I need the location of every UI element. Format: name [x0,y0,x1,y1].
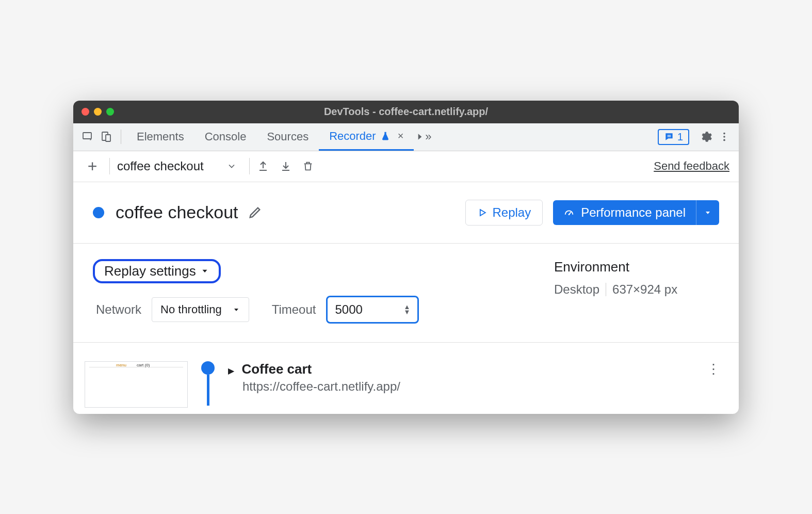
play-icon [477,207,488,218]
svg-point-6 [723,136,725,138]
expand-triangle-icon[interactable]: ▶ [228,366,234,376]
divider [109,158,110,174]
svg-rect-0 [83,133,91,139]
tab-elements[interactable]: Elements [126,123,194,151]
send-feedback-link[interactable]: Send feedback [654,159,729,173]
divider [121,130,121,144]
replay-settings-label: Replay settings [104,263,196,279]
timeline-dot-icon [201,361,215,375]
svg-point-7 [723,139,725,141]
recorder-toolbar: + coffee checkout Send feedback [73,151,739,182]
replay-button[interactable]: Replay [465,200,543,226]
gauge-icon [563,207,575,218]
close-tab-icon[interactable]: × [398,130,404,142]
step-title: Coffee cart [241,361,312,377]
issues-count: 1 [677,131,683,143]
divider [606,283,606,296]
issues-badge[interactable]: 1 [658,129,689,145]
panel-tabbar: Elements Console Sources Recorder × » 1 [73,123,739,151]
network-label: Network [96,302,141,317]
stepper-icon[interactable]: ▲▼ [404,304,411,315]
caret-down-icon [704,208,712,217]
tab-recorder-label: Recorder [329,130,376,143]
svg-point-5 [723,133,725,135]
settings-gear-icon[interactable] [696,127,715,146]
svg-rect-4 [668,136,671,137]
window-title: DevTools - coffee-cart.netlify.app/ [73,106,739,118]
tab-console[interactable]: Console [194,123,257,151]
minimize-window-button[interactable] [94,108,102,116]
flask-icon [380,131,391,141]
environment-device: Desktop [554,282,599,297]
delete-icon[interactable] [302,160,325,172]
network-throttling-value: No throttling [160,303,222,316]
titlebar: DevTools - coffee-cart.netlify.app/ [73,101,739,123]
svg-rect-3 [668,135,671,136]
recording-title: coffee checkout [116,202,238,222]
divider [249,158,250,174]
caret-down-icon [200,266,209,276]
export-icon[interactable] [257,160,280,172]
recording-header: coffee checkout Replay Performance panel [73,182,739,244]
message-icon [664,132,674,142]
devtools-window: DevTools - coffee-cart.netlify.app/ Elem… [73,101,739,414]
close-window-button[interactable] [82,108,89,116]
timeline-line [207,375,209,406]
environment-block: Environment Desktop 637×924 px [554,259,719,324]
timeline [201,361,215,406]
inspect-element-icon[interactable] [78,127,97,146]
tab-sources[interactable]: Sources [256,123,319,151]
timeout-value: 5000 [335,302,362,317]
replay-settings-toggle[interactable]: Replay settings [93,259,221,283]
import-icon[interactable] [280,160,302,172]
step-kebab-menu[interactable]: ⋮ [707,361,727,377]
step-row: menucart (0) ▶ Coffee cart https://coffe… [73,343,739,414]
recording-selector-label: coffee checkout [117,159,204,173]
environment-viewport: 637×924 px [612,282,677,297]
status-dot-icon [93,207,104,218]
performance-panel-label: Performance panel [581,205,686,220]
environment-title: Environment [554,259,719,275]
tab-recorder[interactable]: Recorder × [319,123,414,151]
svg-point-8 [569,214,570,215]
more-tabs-icon[interactable]: » [414,127,432,146]
recording-selector[interactable]: coffee checkout [117,159,204,173]
step-url: https://coffee-cart.netlify.app/ [242,379,400,394]
kebab-menu-icon[interactable] [715,127,734,146]
chevron-down-icon[interactable] [226,161,237,171]
new-recording-button[interactable]: + [83,157,102,176]
edit-title-icon[interactable] [248,205,262,220]
timeout-input[interactable]: 5000 ▲▼ [326,296,419,324]
timeout-label: Timeout [272,302,316,317]
caret-down-icon [232,306,240,314]
step-thumbnail[interactable]: menucart (0) [85,361,188,408]
performance-panel-button[interactable]: Performance panel [553,200,696,225]
step-content[interactable]: ▶ Coffee cart https://coffee-cart.netlif… [228,361,400,394]
maximize-window-button[interactable] [106,108,114,116]
settings-section: Replay settings Network No throttling Ti… [73,244,739,343]
performance-panel-dropdown[interactable] [696,200,719,225]
window-controls [82,108,114,116]
replay-button-label: Replay [493,205,531,220]
network-throttling-select[interactable]: No throttling [152,297,249,322]
svg-rect-2 [106,135,110,141]
device-toggle-icon[interactable] [97,127,116,146]
